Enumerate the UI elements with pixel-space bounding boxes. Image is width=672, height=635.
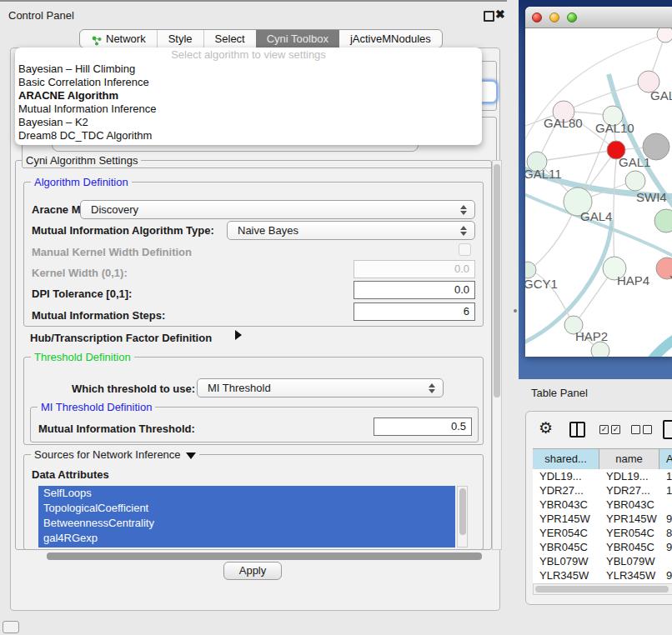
checked-checkbox-icon[interactable]: ✓ [611, 425, 620, 434]
expand-right-icon[interactable] [235, 330, 242, 340]
minimize-window-icon[interactable] [549, 12, 559, 22]
mi-steps-field[interactable]: 6 [354, 302, 475, 321]
attribute-item-topologicalcoefficient[interactable]: TopologicalCoefficient [38, 501, 455, 516]
combo-stepper-icon [429, 382, 435, 394]
attribute-item-selfloops[interactable]: SelfLoops [38, 486, 455, 501]
tab-select[interactable]: Select [203, 30, 256, 48]
table-horizontal-scrollbar[interactable] [533, 583, 672, 595]
table-cell: 9. [659, 568, 672, 582]
network-node[interactable] [643, 133, 669, 160]
mi-threshold-field[interactable]: 0.5 [374, 418, 472, 436]
manual-kernel-checkbox[interactable] [459, 243, 471, 256]
algorithm-item-bayesian-k2[interactable]: Bayesian – K2 [15, 116, 482, 129]
checked-checkbox-icon[interactable]: ✓ [599, 425, 609, 434]
which-threshold-combo[interactable]: MI Threshold [197, 378, 444, 398]
document-icon[interactable] [663, 420, 672, 439]
network-node-swi4[interactable] [625, 171, 645, 191]
data-attributes-label: Data Attributes [32, 468, 109, 481]
network-tab-icon [91, 33, 102, 44]
algorithm-definition-title: Algorithm Definition [31, 176, 132, 188]
column-header-shared[interactable]: shared... [533, 448, 599, 469]
unchecked-checkbox-icon[interactable] [631, 425, 640, 434]
aracne-mode-combo[interactable]: Discovery [80, 200, 475, 219]
tab-cyni-toolbox[interactable]: Cyni Toolbox [256, 30, 339, 48]
table-row[interactable]: YLR345WYLR345W9. [533, 568, 672, 582]
algorithm-item-mutual-information-inference[interactable]: Mutual Information Inference [15, 102, 482, 116]
data-attributes-list[interactable]: SelfLoopsTopologicalCoefficientBetweenne… [38, 486, 455, 548]
algorithm-list: Bayesian – Hill ClimbingBasic Correlatio… [15, 62, 482, 142]
network-node[interactable] [657, 28, 672, 42]
table-cell [659, 498, 672, 512]
node-label-gal11: GAL11 [525, 167, 562, 181]
table-row[interactable]: YBR045CYBR045C9. [533, 540, 672, 554]
tab-network[interactable]: Network [80, 30, 157, 48]
node-label-swi4: SWI4 [636, 190, 667, 204]
sources-title-text: Sources for Network Inference [34, 448, 181, 461]
settings-vertical-scrollbar[interactable] [492, 160, 502, 550]
algorithm-item-bayesian-hill-climbing[interactable]: Bayesian – Hill Climbing [15, 62, 482, 76]
attribute-item-gal4rgexp[interactable]: gal4RGexp [38, 531, 455, 546]
table-header-row: shared...nameA [533, 448, 672, 470]
combo-stepper-icon [460, 225, 467, 237]
network-view[interactable]: GALGAL80GAL10GAL1GAL11SWI4GAL4GCY1HAP4YH… [525, 28, 672, 357]
control-panel-tabbar: NetworkStyleSelectCyni ToolboxjActiveMNo… [79, 29, 443, 48]
settings-horizontal-scrollbar[interactable] [15, 552, 492, 562]
table-row[interactable]: YBR043CYBR043C [533, 498, 672, 512]
table-body: YDL19...YDL19...13YDR27...YDR27...12YBR0… [533, 469, 672, 583]
network-window-titlebar[interactable] [525, 7, 672, 28]
dpi-tolerance-field[interactable]: 0.0 [354, 281, 475, 299]
collapse-panel-button[interactable] [3, 621, 19, 633]
manual-kernel-label: Manual Kernel Width Definition [32, 246, 192, 258]
float-window-icon[interactable] [484, 11, 494, 22]
network-node[interactable] [654, 209, 672, 232]
node-label-gal1: GAL1 [619, 155, 650, 169]
apply-button[interactable]: Apply [223, 562, 282, 580]
node-label-hap4: HAP4 [617, 273, 649, 288]
tab-style[interactable]: Style [157, 30, 203, 48]
close-icon[interactable]: ✖ [495, 8, 505, 21]
algorithm-item-dream8-dc-tdc-algorithm[interactable]: Dream8 DC_TDC Algorithm [15, 129, 482, 142]
tab-label: Network [106, 30, 146, 48]
table-cell: YDL19... [533, 469, 599, 483]
table-cell: YER054C [599, 526, 659, 540]
column-split-icon[interactable] [569, 422, 585, 438]
zoom-window-icon[interactable] [567, 12, 577, 22]
table-cell: 8. [659, 526, 672, 540]
tab-label: Cyni Toolbox [267, 30, 328, 48]
close-window-icon[interactable] [532, 12, 542, 22]
mi-type-combo[interactable]: Naive Bayes [227, 221, 475, 240]
app-canvas: Control Panel ✖ NetworkStyleSelectCyni T… [0, 0, 672, 635]
hub-definition-toggle[interactable]: Hub/Transcription Factor Definition [30, 332, 212, 344]
table-row[interactable]: YER054CYER054C8. [533, 526, 672, 540]
collapse-down-icon[interactable] [186, 452, 196, 459]
table-cell: YBL079W [599, 554, 659, 568]
tab-jactivemnodules[interactable]: jActiveMNodules [339, 30, 442, 48]
kernel-width-label: Kernel Width (0,1): [32, 267, 128, 279]
table-cell: 12 [659, 483, 672, 498]
mi-type-label: Mutual Information Algorithm Type: [32, 224, 214, 237]
network-node-gcy1[interactable] [525, 262, 536, 278]
table-row[interactable]: YPR145WYPR145W9. [533, 512, 672, 526]
mi-threshold-label: Mutual Information Threshold: [38, 422, 195, 435]
column-header-name[interactable]: name [599, 448, 659, 469]
attribute-item-betweennesscentrality[interactable]: BetweennessCentrality [38, 516, 455, 531]
table-cell: YBR043C [599, 498, 659, 512]
table-cell [659, 554, 672, 568]
panel-divider-handle[interactable] [514, 309, 517, 312]
kernel-width-field[interactable]: 0.0 [354, 260, 475, 278]
table-row[interactable]: YDL19...YDL19...13 [533, 469, 672, 483]
attribute-list-scrollbar[interactable] [457, 486, 468, 548]
algorithm-item-aracne-algorithm[interactable]: ARACNE Algorithm [15, 89, 482, 102]
network-window[interactable]: GALGAL80GAL10GAL1GAL11SWI4GAL4GCY1HAP4YH… [525, 7, 672, 357]
network-node[interactable] [591, 342, 609, 357]
table-row[interactable]: YBL079WYBL079W [533, 554, 672, 568]
table-cell: 13 [659, 469, 672, 483]
mi-steps-label: Mutual Information Steps: [32, 309, 165, 322]
column-header-a[interactable]: A [659, 448, 672, 469]
algorithm-item-basic-correlation-inference[interactable]: Basic Correlation Inference [15, 76, 482, 89]
tab-label: Style [168, 30, 193, 48]
gear-icon[interactable]: ⚙ [539, 418, 553, 438]
table-panel-header: Table Panel [519, 379, 672, 406]
table-row[interactable]: YDR27...YDR27...12 [533, 483, 672, 498]
unchecked-checkbox-icon[interactable] [643, 425, 652, 434]
